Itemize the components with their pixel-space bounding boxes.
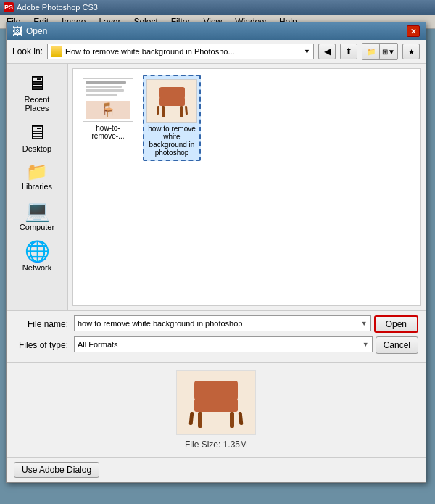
- sidebar-item-computer-label: Computer: [20, 223, 54, 231]
- dialog-title: Open: [26, 26, 47, 36]
- file-thumb-1: 🪑: [83, 78, 133, 122]
- file-browser-area: 🪑 how-to-remove-...: [72, 68, 421, 306]
- dialog-body: 🖥 Recent Places 🖥 Desktop 📁 Libraries 💻 …: [7, 64, 426, 310]
- svg-rect-6: [194, 399, 238, 412]
- file-label-1: how-to-remove-...: [80, 124, 136, 140]
- file-item-1[interactable]: 🪑 how-to-remove-...: [79, 75, 137, 161]
- cancel-button[interactable]: Cancel: [376, 336, 418, 354]
- chair-thumbnail-svg: [152, 81, 192, 121]
- filetype-input-wrap: All Formats ▼ Cancel: [74, 336, 418, 354]
- sidebar: 🖥 Recent Places 🖥 Desktop 📁 Libraries 💻 …: [7, 64, 68, 310]
- libraries-icon: 📁: [26, 163, 48, 181]
- view-toggle-button[interactable]: ⊞▼: [380, 44, 397, 59]
- look-in-arrow: ▼: [304, 48, 310, 55]
- svg-rect-9: [230, 412, 234, 428]
- sidebar-item-desktop-label: Desktop: [22, 144, 51, 153]
- svg-rect-3: [180, 106, 183, 117]
- filetype-row: Files of type: All Formats ▼ Cancel: [14, 336, 418, 354]
- app-title: Adobe Photoshop CS3: [17, 3, 431, 12]
- svg-rect-8: [198, 412, 202, 428]
- svg-rect-7: [194, 381, 238, 400]
- preview-filesize: File Size: 1.35M: [185, 439, 247, 450]
- svg-rect-1: [160, 87, 185, 99]
- app-titlebar: PS Adobe Photoshop CS3: [0, 0, 435, 15]
- svg-rect-4: [156, 106, 159, 115]
- look-in-label: Look in:: [12, 46, 43, 57]
- preview-chair-svg: [183, 373, 249, 431]
- svg-rect-5: [184, 106, 187, 115]
- sidebar-item-recent-places-label: Recent Places: [12, 95, 62, 112]
- svg-rect-2: [162, 106, 165, 117]
- filename-combo[interactable]: how to remove white background in photos…: [74, 315, 371, 331]
- sidebar-item-recent-places[interactable]: 🖥 Recent Places: [10, 70, 65, 116]
- dialog-titlebar: 🖼 Open ✕: [7, 22, 426, 40]
- sidebar-item-desktop[interactable]: 🖥 Desktop: [10, 119, 65, 157]
- nav-back-button[interactable]: ◀: [318, 44, 336, 59]
- dialog-close-button[interactable]: ✕: [407, 25, 420, 37]
- new-folder-button[interactable]: 📁: [362, 44, 380, 59]
- dialog-toolbar: Look in: How to remove white background …: [7, 40, 426, 64]
- sidebar-item-libraries-label: Libraries: [22, 182, 52, 191]
- file-label-2: how to remove white background in photos…: [144, 125, 200, 157]
- open-button[interactable]: Open: [374, 315, 418, 333]
- preview-thumbnail: [176, 370, 256, 435]
- use-adobe-dialog-button[interactable]: Use Adobe Dialog: [14, 462, 99, 478]
- recent-places-icon: 🖥: [27, 73, 47, 94]
- computer-icon: 💻: [25, 201, 50, 221]
- filetype-value: All Formats: [78, 340, 118, 349]
- sidebar-item-computer[interactable]: 💻 Computer: [10, 197, 65, 235]
- open-dialog: 🖼 Open ✕ Look in: How to remove white ba…: [6, 22, 426, 483]
- filetype-label: Files of type:: [14, 340, 68, 350]
- filename-row: File name: how to remove white backgroun…: [14, 315, 418, 333]
- filename-input-wrap: how to remove white background in photos…: [74, 315, 418, 333]
- view-options: 📁 ⊞▼: [362, 43, 398, 60]
- folder-icon: [51, 46, 62, 57]
- look-in-value: How to remove white background in Photos…: [65, 47, 235, 56]
- svg-rect-11: [239, 412, 244, 425]
- favorites-button[interactable]: ★: [402, 44, 420, 59]
- filetype-arrow: ▼: [362, 341, 369, 348]
- filename-value: how to remove white background in photos…: [78, 319, 242, 328]
- sidebar-item-network-label: Network: [22, 263, 51, 272]
- ps-icon: PS: [4, 2, 14, 12]
- filename-arrow: ▼: [361, 320, 368, 327]
- sidebar-item-network[interactable]: 🌐 Network: [10, 238, 65, 276]
- sidebar-item-libraries[interactable]: 📁 Libraries: [10, 160, 65, 194]
- desktop-icon: 🖥: [27, 123, 47, 143]
- filename-label: File name:: [14, 319, 68, 329]
- file-item-2[interactable]: how to remove white background in photos…: [143, 75, 201, 161]
- network-icon: 🌐: [25, 241, 50, 262]
- dialog-ps-icon: 🖼: [12, 25, 22, 37]
- bottom-bar: Use Adobe Dialog: [7, 457, 426, 482]
- file-thumb-2: [146, 79, 197, 123]
- svg-rect-10: [189, 412, 194, 425]
- nav-up-button[interactable]: ⬆: [340, 44, 357, 59]
- dialog-title-left: 🖼 Open: [12, 25, 47, 37]
- filetype-combo[interactable]: All Formats ▼: [74, 336, 373, 352]
- dialog-form: File name: how to remove white backgroun…: [7, 310, 426, 362]
- look-in-combo[interactable]: How to remove white background in Photos…: [47, 44, 314, 59]
- preview-area: File Size: 1.35M: [7, 362, 426, 457]
